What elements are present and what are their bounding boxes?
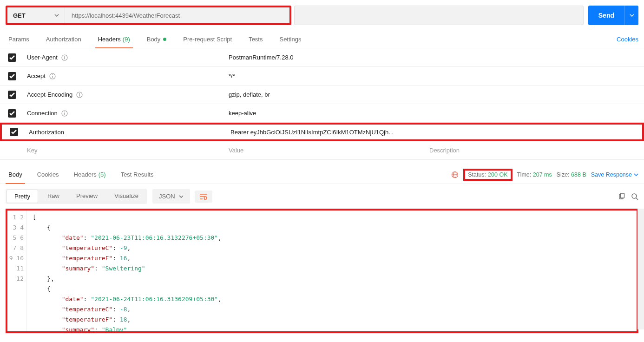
response-tabs: Body Cookies Headers (5) Test Results St…: [0, 165, 644, 184]
header-value[interactable]: Bearer eyJhbGciOiJSUzI1NiIsImtpZCI6IkM1O…: [226, 129, 427, 136]
view-mode-bar: Pretty Raw Preview Visualize JSON: [0, 184, 644, 209]
url-input-extension[interactable]: [294, 6, 584, 25]
send-button[interactable]: Send: [588, 6, 624, 25]
dot-indicator-icon: [163, 38, 166, 41]
view-pretty-button[interactable]: Pretty: [7, 190, 38, 203]
request-tabs: Params Authorization Headers (9) Body Pr…: [0, 31, 644, 48]
info-icon: [76, 92, 83, 98]
header-key[interactable]: User-Agent: [24, 54, 224, 61]
header-description-input[interactable]: Description: [425, 147, 644, 154]
res-tab-cookies[interactable]: Cookies: [34, 165, 62, 184]
svg-rect-8: [79, 94, 80, 97]
header-value[interactable]: */*: [224, 72, 425, 79]
header-value[interactable]: keep-alive: [224, 110, 425, 117]
svg-line-20: [636, 198, 638, 200]
status-value: 200 OK: [488, 171, 507, 178]
status-label: Status:: [468, 171, 486, 178]
checkbox-icon[interactable]: [8, 53, 16, 62]
cookies-link[interactable]: Cookies: [617, 36, 638, 43]
search-icon[interactable]: [631, 193, 638, 200]
method-url-highlight: GET https://localhost:44394/WeatherForec…: [6, 6, 291, 25]
response-body-highlight: 1 2 3 4 5 6 7 8 9 10 11 12 [ { "date": "…: [6, 209, 638, 333]
chevron-down-icon: [634, 173, 638, 176]
header-key[interactable]: Authorization: [26, 129, 226, 136]
header-row-new[interactable]: KeyValueDescription: [0, 141, 644, 160]
header-row[interactable]: Connectionkeep-alive: [0, 104, 644, 123]
format-select[interactable]: JSON: [152, 189, 190, 204]
tab-authorization[interactable]: Authorization: [43, 31, 84, 48]
checkbox-icon[interactable]: [8, 109, 16, 118]
view-visualize-button[interactable]: Visualize: [106, 189, 147, 204]
svg-point-7: [79, 93, 80, 94]
http-method-value: GET: [13, 12, 26, 19]
res-tab-test-results[interactable]: Test Results: [118, 165, 157, 184]
info-icon: [61, 54, 68, 61]
wrap-lines-button[interactable]: [195, 191, 212, 203]
svg-rect-11: [64, 113, 65, 115]
svg-point-1: [64, 56, 65, 57]
http-method-select[interactable]: GET: [7, 7, 65, 23]
tab-headers[interactable]: Headers (9): [95, 31, 133, 48]
checkbox-icon[interactable]: [8, 91, 16, 99]
header-key-input[interactable]: Key: [24, 147, 224, 154]
view-preview-button[interactable]: Preview: [68, 189, 106, 204]
response-body-code[interactable]: [ { "date": "2021-06-23T11:06:16.3132276…: [27, 210, 637, 331]
info-icon: [61, 110, 68, 117]
network-icon[interactable]: [451, 171, 459, 178]
header-key[interactable]: Accept-Encoding: [24, 91, 224, 98]
checkbox-icon[interactable]: [8, 72, 16, 80]
header-row[interactable]: Accept-Encodinggzip, deflate, br: [0, 86, 644, 104]
chevron-down-icon: [179, 195, 184, 198]
header-row[interactable]: AuthorizationBearer eyJhbGciOiJSUzI1NiIs…: [0, 123, 644, 141]
url-value: https://localhost:44394/WeatherForecast: [72, 12, 180, 19]
checkbox-icon[interactable]: [10, 128, 18, 136]
svg-point-10: [64, 112, 65, 112]
header-key[interactable]: Accept: [24, 72, 224, 79]
header-value[interactable]: gzip, deflate, br: [224, 91, 425, 98]
info-icon: [49, 73, 56, 79]
scrollbar[interactable]: [637, 209, 644, 329]
size-info: Size: 688 B: [557, 171, 586, 178]
tab-tests[interactable]: Tests: [246, 31, 265, 48]
res-tab-headers[interactable]: Headers (5): [71, 165, 109, 184]
chevron-down-icon: [54, 14, 59, 17]
copy-icon[interactable]: [618, 193, 625, 200]
header-row[interactable]: User-AgentPostmanRuntime/7.28.0: [0, 48, 644, 67]
send-dropdown-button[interactable]: [624, 6, 638, 25]
header-row[interactable]: Accept*/*: [0, 67, 644, 86]
tab-params[interactable]: Params: [6, 31, 32, 48]
url-input[interactable]: https://localhost:44394/WeatherForecast: [65, 7, 289, 23]
svg-rect-18: [621, 193, 624, 198]
header-value-input[interactable]: Value: [224, 147, 425, 154]
res-tab-body[interactable]: Body: [6, 165, 25, 184]
wrap-icon: [199, 193, 208, 200]
tab-body[interactable]: Body: [144, 31, 170, 48]
svg-point-19: [632, 194, 637, 198]
tab-settings[interactable]: Settings: [276, 31, 304, 48]
time-info: Time: 207 ms: [517, 171, 552, 178]
header-key[interactable]: Connection: [24, 110, 224, 117]
header-value[interactable]: PostmanRuntime/7.28.0: [224, 54, 425, 61]
svg-rect-5: [52, 76, 53, 78]
line-gutter: 1 2 3 4 5 6 7 8 9 10 11 12: [7, 210, 27, 331]
save-response-button[interactable]: Save Response: [591, 171, 638, 178]
view-raw-button[interactable]: Raw: [39, 189, 68, 204]
status-highlight: Status: 200 OK: [463, 169, 512, 181]
svg-rect-2: [64, 57, 65, 59]
headers-table: User-AgentPostmanRuntime/7.28.0Accept*/*…: [0, 48, 644, 160]
tab-prerequest[interactable]: Pre-request Script: [180, 31, 235, 48]
svg-point-4: [52, 74, 53, 75]
